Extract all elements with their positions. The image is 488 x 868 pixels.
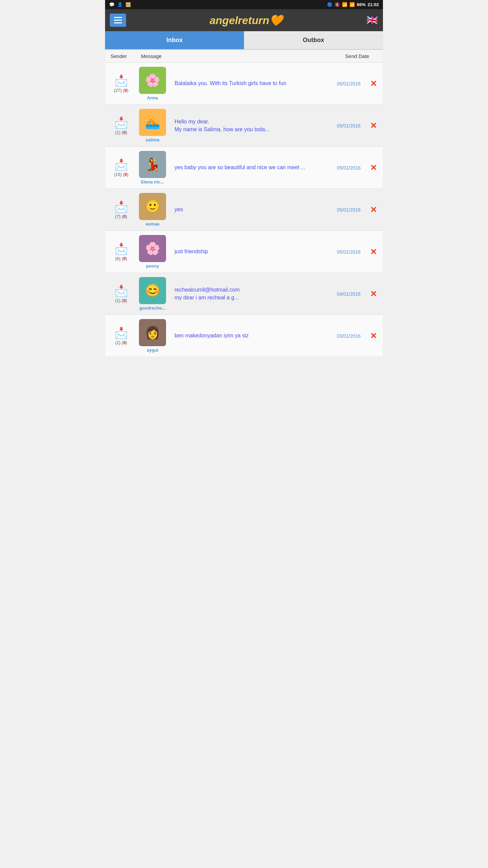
avatar-emoji: 🏊	[145, 115, 160, 130]
chat-icon: 💬	[109, 2, 115, 7]
battery-indicator: 66%	[357, 2, 366, 7]
sender-col: 👩 aygul	[134, 319, 171, 353]
sender-col: 🙂 asmaa	[134, 193, 171, 226]
unread-count: 0	[123, 340, 126, 345]
avatar: 👩	[139, 319, 166, 346]
hamburger-line	[114, 17, 122, 18]
message-counts: (15) (0)	[114, 172, 128, 177]
message-row[interactable]: 📩 (27) (0) 🌸 Anna Balalaika you. With it…	[105, 63, 383, 105]
image-icon: 🖼️	[125, 2, 131, 7]
message-preview: yes baby you are so beautiful and nice w…	[171, 164, 330, 171]
envelope-icon: 📩	[115, 284, 128, 297]
delete-col[interactable]: ✕	[367, 163, 380, 173]
signal-icon: 📶	[349, 2, 355, 7]
send-date: 04/01/2016	[330, 291, 367, 297]
sender-name: asmaa	[146, 221, 159, 226]
unread-count: 0	[123, 214, 126, 219]
avatar-emoji: 👩	[145, 326, 160, 340]
message-row[interactable]: 📩 (15) (0) 💃 Elena nic... yes baby you a…	[105, 147, 383, 189]
tab-outbox[interactable]: Outbox	[244, 31, 383, 49]
delete-button[interactable]: ✕	[370, 79, 377, 88]
send-date: 03/01/2016	[330, 333, 367, 339]
status-left-icons: 💬 👤 🖼️	[109, 2, 131, 7]
date-column-header: Send Date	[337, 53, 378, 59]
message-preview: Hello my dear.My name is Salima, how are…	[171, 118, 330, 133]
message-preview: just friendship	[171, 248, 330, 255]
avatar: 🌸	[139, 67, 166, 94]
envelope-icon: 📩	[115, 200, 128, 213]
delete-button[interactable]: ✕	[370, 331, 377, 341]
time-display: 21:02	[368, 2, 379, 7]
message-preview: ben makedonyadan iyim ya siz	[171, 332, 330, 339]
message-counts: (2) (0)	[115, 340, 127, 345]
message-row[interactable]: 📩 (2) (0) 👩 aygul ben makedonyadan iyim …	[105, 315, 383, 357]
delete-button[interactable]: ✕	[370, 163, 377, 173]
unread-count: 0	[123, 130, 126, 135]
message-row[interactable]: 📩 (1) (0) 🏊 salima Hello my dear.My name…	[105, 105, 383, 147]
avatar-emoji: 🌸	[145, 241, 160, 256]
status-right-info: 🔵 🔇 📶 📶 66% 21:02	[327, 2, 379, 7]
envelope-col: 📩 (6) (0)	[108, 242, 134, 261]
avatar: 🏊	[139, 109, 166, 136]
message-column-header: Message	[141, 53, 337, 59]
envelope-col: 📩 (15) (0)	[108, 158, 134, 177]
sender-col: 🌸 Anna	[134, 67, 171, 100]
delete-col[interactable]: ✕	[367, 247, 380, 257]
message-preview: yes	[171, 206, 330, 213]
hamburger-line	[114, 22, 122, 23]
message-row[interactable]: 📩 (7) (0) 🙂 asmaa yes 05/01/2016 ✕	[105, 189, 383, 231]
envelope-icon: 📩	[115, 74, 128, 87]
envelope-col: 📩 (27) (0)	[108, 74, 134, 93]
delete-col[interactable]: ✕	[367, 331, 380, 341]
sender-name: goodreche...	[139, 305, 165, 311]
send-date: 05/01/2016	[330, 123, 367, 129]
column-headers: Sender Message Send Date	[105, 50, 383, 63]
envelope-col: 📩 (1) (0)	[108, 116, 134, 135]
send-date: 05/01/2016	[330, 165, 367, 171]
delete-button[interactable]: ✕	[370, 247, 377, 257]
message-row[interactable]: 📩 (1) (0) 😊 goodreche... rechealcumll@ho…	[105, 273, 383, 315]
sender-name: Elena nic...	[141, 179, 164, 184]
envelope-col: 📩 (2) (0)	[108, 327, 134, 345]
envelope-icon: 📩	[115, 242, 128, 255]
unread-count: 0	[124, 172, 127, 177]
profile-icon: 👤	[117, 2, 123, 7]
sender-col: 😊 goodreche...	[134, 277, 171, 311]
avatar-emoji: 😊	[145, 283, 160, 298]
sender-column-header: Sender	[110, 53, 141, 59]
delete-col[interactable]: ✕	[367, 121, 380, 131]
delete-button[interactable]: ✕	[370, 121, 377, 131]
app-header: angelreturn🧡 🇬🇧	[105, 9, 383, 31]
avatar: 🙂	[139, 193, 166, 220]
heart-icon: 🧡	[269, 14, 283, 26]
sender-col: 🏊 salima	[134, 109, 171, 142]
message-counts: (27) (0)	[114, 88, 128, 93]
language-flag[interactable]: 🇬🇧	[366, 15, 378, 26]
hamburger-menu-button[interactable]	[110, 14, 126, 27]
envelope-icon: 📩	[115, 158, 128, 171]
delete-button[interactable]: ✕	[370, 289, 377, 299]
delete-button[interactable]: ✕	[370, 205, 377, 215]
sender-name: aygul	[147, 348, 158, 353]
status-bar: 💬 👤 🖼️ 🔵 🔇 📶 📶 66% 21:02	[105, 0, 383, 9]
delete-col[interactable]: ✕	[367, 205, 380, 215]
avatar-emoji: 🌸	[145, 73, 160, 87]
send-date: 05/01/2016	[330, 207, 367, 213]
message-counts: (1) (0)	[115, 130, 127, 135]
message-counts: (7) (0)	[115, 214, 127, 219]
envelope-col: 📩 (1) (0)	[108, 284, 134, 303]
bluetooth-icon: 🔵	[327, 2, 332, 7]
sender-name: salima	[146, 137, 159, 142]
hamburger-line	[114, 20, 122, 21]
tab-inbox[interactable]: Inbox	[105, 31, 244, 49]
message-row[interactable]: 📩 (6) (0) 🌸 peony just friendship 05/01/…	[105, 231, 383, 273]
delete-col[interactable]: ✕	[367, 289, 380, 299]
message-counts: (6) (0)	[115, 256, 127, 261]
wifi-icon: 📶	[342, 2, 347, 7]
message-preview: rechealcumll@hotmail.commy dear i am rec…	[171, 286, 330, 301]
delete-col[interactable]: ✕	[367, 79, 380, 88]
unread-count: 0	[123, 256, 126, 261]
envelope-icon: 📩	[115, 327, 128, 339]
mute-icon: 🔇	[334, 2, 340, 7]
send-date: 05/01/2016	[330, 81, 367, 86]
